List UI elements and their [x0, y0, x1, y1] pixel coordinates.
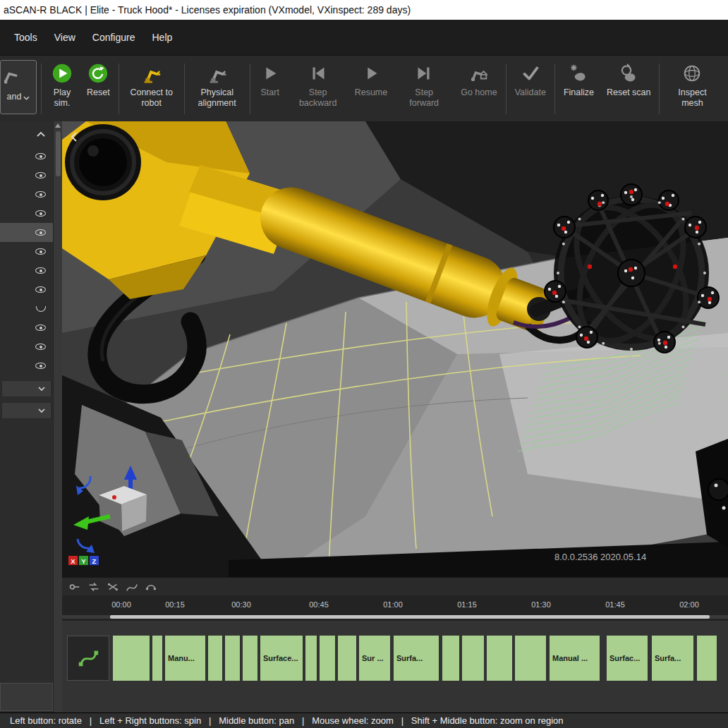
- validate-button[interactable]: Validate: [509, 58, 552, 120]
- timeline-segment[interactable]: [305, 636, 317, 681]
- path-curve-icon: [76, 646, 100, 670]
- menu-tools[interactable]: Tools: [6, 27, 46, 48]
- collapse-viewport-panel-button[interactable]: [68, 130, 80, 145]
- menu-help[interactable]: Help: [143, 27, 181, 48]
- viewport-3d[interactable]: X Y Z 8.0.0.2536 2020.05.14: [62, 121, 728, 577]
- timeline-segment[interactable]: Surfa...: [394, 636, 439, 681]
- go-home-button[interactable]: Go home: [454, 58, 503, 120]
- swap-targets-icon[interactable]: [107, 581, 119, 593]
- chevron-up-icon[interactable]: [36, 131, 46, 138]
- inspect-mesh-button[interactable]: Inspect mesh: [662, 58, 722, 120]
- scroll-up-arrow-icon[interactable]: [55, 123, 61, 128]
- visibility-eye-icon[interactable]: [35, 172, 46, 178]
- curve-icon[interactable]: [36, 306, 46, 312]
- scrollbar-thumb[interactable]: [56, 131, 61, 176]
- chevron-down-icon[interactable]: [37, 386, 46, 392]
- resume-button[interactable]: Resume: [348, 58, 394, 120]
- toolbar-separator: [119, 63, 119, 114]
- toolbar-button-label: Validate: [515, 87, 546, 98]
- visibility-eye-icon[interactable]: [35, 229, 46, 236]
- timeline-scrollbar-thumb[interactable]: [110, 615, 710, 619]
- reverse-path-icon[interactable]: [87, 581, 100, 593]
- menu-configure[interactable]: Configure: [84, 27, 144, 48]
- smooth-path-icon[interactable]: [126, 581, 138, 593]
- toolbar-button-label: Inspect mesh: [668, 87, 716, 109]
- tree-item[interactable]: [0, 356, 53, 375]
- timeline-segment[interactable]: [697, 636, 717, 681]
- connect-to-robot-button[interactable]: Connect to robot: [121, 58, 182, 120]
- scene-3d: X Y Z 8.0.0.2536 2020.05.14: [62, 121, 728, 577]
- tree-collapsed-section[interactable]: [1, 380, 51, 397]
- tree-item[interactable]: [0, 185, 53, 204]
- visibility-eye-icon[interactable]: [35, 324, 46, 331]
- link-segments-icon[interactable]: [145, 581, 157, 593]
- step-backward-button[interactable]: Step backward: [288, 58, 348, 120]
- finalize-icon: [567, 59, 590, 87]
- timeline-segment[interactable]: [320, 636, 335, 681]
- visibility-eye-icon[interactable]: [35, 267, 46, 274]
- visibility-eye-icon[interactable]: [35, 248, 46, 255]
- reset-scan-button[interactable]: Reset scan: [600, 58, 657, 120]
- tree-item[interactable]: [0, 204, 53, 223]
- toolbar-button-label: Reset scan: [607, 87, 651, 98]
- timeline-segment[interactable]: Sur ...: [359, 636, 390, 681]
- visibility-eye-icon[interactable]: [35, 191, 46, 198]
- path-segment-button[interactable]: [67, 636, 109, 681]
- visibility-eye-icon[interactable]: [35, 363, 46, 369]
- main-panel: X Y Z 8.0.0.2536 2020.05.14 00:: [62, 121, 728, 712]
- visibility-eye-icon[interactable]: [35, 286, 46, 293]
- timeline-tick: 00:00: [111, 600, 131, 609]
- tree-item[interactable]: [0, 242, 53, 261]
- visibility-eye-icon[interactable]: [35, 210, 46, 217]
- toolbar-button-label: Resume: [355, 87, 388, 98]
- start-button[interactable]: Start: [253, 58, 288, 120]
- timeline-scrollbar[interactable]: [62, 615, 728, 619]
- reset-button[interactable]: Reset: [80, 58, 116, 120]
- timeline-segment[interactable]: [243, 636, 257, 681]
- timeline-segment[interactable]: Surfac...: [607, 636, 648, 681]
- menu-view[interactable]: View: [46, 27, 84, 48]
- tree-item[interactable]: [0, 299, 53, 318]
- toolbar-separator: [41, 63, 42, 114]
- timeline-segment[interactable]: Manu...: [165, 636, 205, 681]
- timeline-segment[interactable]: Surface...: [260, 636, 303, 681]
- tree-item[interactable]: [0, 337, 53, 356]
- tree-item[interactable]: [0, 261, 53, 280]
- tree-collapse-row[interactable]: [0, 121, 53, 147]
- timeline-tick: 01:15: [457, 600, 477, 609]
- workspace: X Y Z 8.0.0.2536 2020.05.14 00:: [0, 121, 728, 712]
- tree-item[interactable]: [0, 166, 53, 185]
- toolbar-separator: [659, 63, 660, 114]
- tree-item[interactable]: [0, 280, 53, 299]
- timeline-segment[interactable]: [487, 636, 512, 681]
- timeline-segment[interactable]: [462, 636, 484, 681]
- add-waypoint-icon[interactable]: [68, 581, 81, 593]
- validate-icon: [519, 59, 542, 87]
- finalize-button[interactable]: Finalize: [557, 58, 600, 120]
- timeline-segment[interactable]: [338, 636, 356, 681]
- timeline-segment[interactable]: Manual ...: [550, 636, 600, 681]
- tree-collapsed-section[interactable]: [1, 402, 51, 419]
- timeline-segment[interactable]: [515, 636, 546, 681]
- tree-item[interactable]: [0, 147, 53, 166]
- timeline-segment[interactable]: [225, 636, 240, 681]
- play-sim-button[interactable]: Play sim.: [44, 58, 80, 120]
- tree-item[interactable]: [0, 318, 53, 337]
- timeline-segment[interactable]: [152, 636, 162, 681]
- chevron-down-icon[interactable]: [23, 90, 30, 103]
- visibility-eye-icon[interactable]: [35, 344, 46, 350]
- timeline-segment[interactable]: [113, 636, 150, 681]
- timeline-tick: 02:00: [679, 600, 699, 609]
- timeline-segment[interactable]: [442, 636, 459, 681]
- timeline-segment[interactable]: Surfa...: [652, 636, 693, 681]
- timeline-tick: 01:00: [383, 600, 403, 609]
- mode-dropdown-button[interactable]: and: [0, 60, 37, 114]
- tree-item[interactable]: [0, 223, 53, 242]
- step-forward-button[interactable]: Step forward: [394, 58, 454, 120]
- mouse-hints-text: Left button: rotate | Left + Right butto…: [10, 715, 564, 726]
- visibility-eye-icon[interactable]: [35, 153, 46, 159]
- timeline-segment[interactable]: [208, 636, 222, 681]
- chevron-down-icon[interactable]: [37, 408, 46, 413]
- sidebar-scrollbar[interactable]: [53, 121, 62, 712]
- physical-alignment-button[interactable]: Physical alignment: [187, 58, 248, 120]
